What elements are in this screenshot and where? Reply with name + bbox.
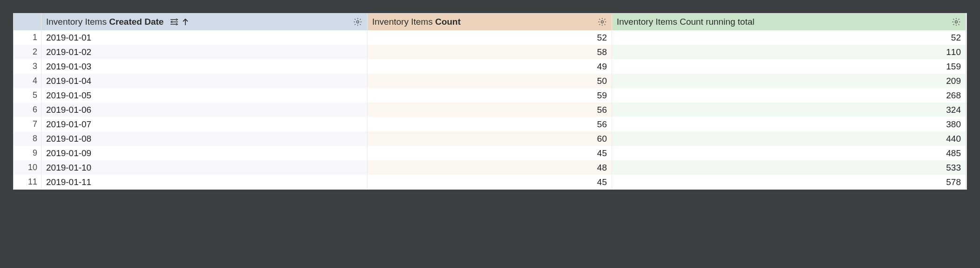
table-row[interactable]: 22019-01-0258110 <box>14 45 966 59</box>
cell-count[interactable]: 45 <box>368 146 612 160</box>
table-row[interactable]: 42019-01-0450209 <box>14 74 966 88</box>
column-header-label: Inventory Items Count <box>372 17 461 27</box>
cell-created-date[interactable]: 2019-01-05 <box>41 88 368 103</box>
cell-running-total[interactable]: 110 <box>612 45 966 59</box>
table-row[interactable]: 82019-01-0860440 <box>14 131 966 146</box>
cell-count[interactable]: 49 <box>368 59 612 74</box>
row-number: 7 <box>14 117 41 131</box>
cell-count[interactable]: 56 <box>368 117 612 131</box>
row-number-header <box>14 14 41 30</box>
column-header-running-total[interactable]: Inventory Items Count running total <box>612 14 966 30</box>
table-row[interactable]: 52019-01-0559268 <box>14 88 966 103</box>
gear-icon[interactable] <box>952 17 961 27</box>
cell-created-date[interactable]: 2019-01-04 <box>41 74 368 88</box>
cell-created-date[interactable]: 2019-01-09 <box>41 146 368 160</box>
cell-created-date[interactable]: 2019-01-10 <box>41 160 368 175</box>
cell-count[interactable]: 60 <box>368 131 612 146</box>
cell-running-total[interactable]: 52 <box>612 30 966 45</box>
row-number: 10 <box>14 160 41 175</box>
cell-count[interactable]: 52 <box>368 30 612 45</box>
table-row[interactable]: 72019-01-0756380 <box>14 117 966 131</box>
cell-count[interactable]: 50 <box>368 74 612 88</box>
row-number: 5 <box>14 88 41 103</box>
cell-running-total[interactable]: 159 <box>612 59 966 74</box>
svg-point-6 <box>955 21 958 23</box>
column-header-count[interactable]: Inventory Items Count <box>368 14 612 30</box>
table-row[interactable]: 112019-01-1145578 <box>14 175 966 189</box>
cell-running-total[interactable]: 209 <box>612 74 966 88</box>
cell-created-date[interactable]: 2019-01-08 <box>41 131 368 146</box>
cell-running-total[interactable]: 268 <box>612 88 966 103</box>
column-header-label: Inventory Items Count running total <box>617 17 755 27</box>
cell-running-total[interactable]: 533 <box>612 160 966 175</box>
cell-created-date[interactable]: 2019-01-11 <box>41 175 368 189</box>
table-header-row: Inventory Items Created Date <box>14 14 966 30</box>
gear-icon[interactable] <box>353 17 362 27</box>
row-number: 3 <box>14 59 41 74</box>
row-number: 2 <box>14 45 41 59</box>
row-number: 8 <box>14 131 41 146</box>
table-row[interactable]: 102019-01-1048533 <box>14 160 966 175</box>
cell-created-date[interactable]: 2019-01-01 <box>41 30 368 45</box>
row-number: 4 <box>14 74 41 88</box>
cell-count[interactable]: 48 <box>368 160 612 175</box>
data-table: Inventory Items Created Date <box>13 13 967 190</box>
row-number: 11 <box>14 175 41 189</box>
cell-running-total[interactable]: 324 <box>612 103 966 117</box>
row-number: 1 <box>14 30 41 45</box>
table-row[interactable]: 12019-01-015252 <box>14 30 966 45</box>
cell-running-total[interactable]: 485 <box>612 146 966 160</box>
table-body: 12019-01-01525222019-01-025811032019-01-… <box>14 30 966 189</box>
cell-count[interactable]: 56 <box>368 103 612 117</box>
gear-icon[interactable] <box>598 17 607 27</box>
cell-created-date[interactable]: 2019-01-02 <box>41 45 368 59</box>
cell-running-total[interactable]: 578 <box>612 175 966 189</box>
column-header-label: Inventory Items Created Date <box>46 17 163 27</box>
svg-point-4 <box>357 21 359 23</box>
cell-created-date[interactable]: 2019-01-06 <box>41 103 368 117</box>
cell-count[interactable]: 58 <box>368 45 612 59</box>
row-number: 9 <box>14 146 41 160</box>
cell-created-date[interactable]: 2019-01-03 <box>41 59 368 74</box>
pivot-icon <box>170 19 178 25</box>
table-row[interactable]: 32019-01-0349159 <box>14 59 966 74</box>
cell-running-total[interactable]: 380 <box>612 117 966 131</box>
svg-point-5 <box>601 21 604 23</box>
sort-ascending-icon[interactable] <box>182 18 189 26</box>
cell-running-total[interactable]: 440 <box>612 131 966 146</box>
cell-count[interactable]: 59 <box>368 88 612 103</box>
cell-count[interactable]: 45 <box>368 175 612 189</box>
table-row[interactable]: 62019-01-0656324 <box>14 103 966 117</box>
table-row[interactable]: 92019-01-0945485 <box>14 146 966 160</box>
cell-created-date[interactable]: 2019-01-07 <box>41 117 368 131</box>
row-number: 6 <box>14 103 41 117</box>
column-header-created-date[interactable]: Inventory Items Created Date <box>41 14 368 30</box>
